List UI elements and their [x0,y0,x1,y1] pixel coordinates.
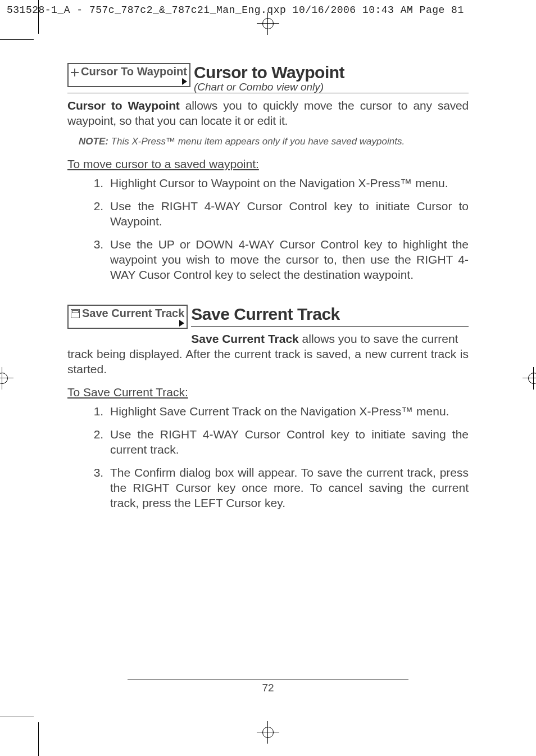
crop-mark [0,39,34,40]
section-title: Save Current Track [191,305,469,324]
registration-mark [257,12,279,35]
section-save-current-track: Save Current Track Save Current Track Sa… [67,305,469,510]
right-arrow-icon [182,78,187,85]
steps-list: Highlight Save Current Track on the Navi… [67,404,469,510]
intro-rest-part2: track being displayed. After the current… [67,346,469,377]
footer: 72 [67,679,469,694]
subhead: To Save Current Track: [67,386,469,399]
crop-mark [38,0,39,34]
note: NOTE: This X-Press™ menu item appears on… [79,136,469,147]
menu-label: Save Current Track [82,307,184,319]
page: 531528-1_A - 757c_787c2_&_787c2i_Man_Eng… [0,0,536,756]
steps-list: Highlight Cursor to Waypoint on the Navi… [67,175,469,282]
section-subtitle: (Chart or Combo view only) [194,81,344,93]
menu-item-cursor-to-waypoint: Cursor To Waypoint [67,63,190,87]
section-title: Cursor to Waypoint [194,63,344,82]
footer-rule [128,679,408,680]
running-head: 531528-1_A - 757c_787c2_&_787c2i_Man_Eng… [7,4,464,16]
note-text: This X-Press™ menu item appears only if … [108,136,405,147]
intro-rest-part1: allows you to save the current [299,332,458,345]
intro-paragraph: Cursor to Waypoint allows you to quickly… [67,98,469,128]
step-item: Use the UP or DOWN 4-WAY Cursor Control … [107,237,469,282]
step-item: The Confirm dialog box will appear. To s… [107,465,469,510]
page-number: 72 [67,682,469,694]
crop-mark [38,722,39,756]
registration-mark [523,367,536,390]
cursor-icon [71,69,79,76]
step-item: Use the RIGHT 4-WAY Cursor Control key t… [107,427,469,457]
crop-mark [0,717,34,717]
section-cursor-to-waypoint: Cursor To Waypoint Cursor to Waypoint (C… [67,63,469,93]
menu-item-save-current-track: Save Current Track [67,305,188,329]
registration-mark [0,367,13,390]
content-area: Cursor To Waypoint Cursor to Waypoint (C… [67,63,469,518]
step-item: Highlight Save Current Track on the Navi… [107,404,469,419]
divider [191,326,469,327]
step-item: Highlight Cursor to Waypoint on the Navi… [107,175,469,191]
registration-mark [257,721,279,744]
subhead: To move cursor to a saved waypoint: [67,157,469,171]
step-item: Use the RIGHT 4-WAY Cursor Control key t… [107,198,469,229]
intro-bold: Save Current Track [191,332,298,345]
intro-bold: Cursor to Waypoint [67,99,180,112]
menu-label: Cursor To Waypoint [81,65,187,78]
right-arrow-icon [179,320,184,327]
save-icon [71,309,80,318]
note-label: NOTE: [79,136,108,147]
